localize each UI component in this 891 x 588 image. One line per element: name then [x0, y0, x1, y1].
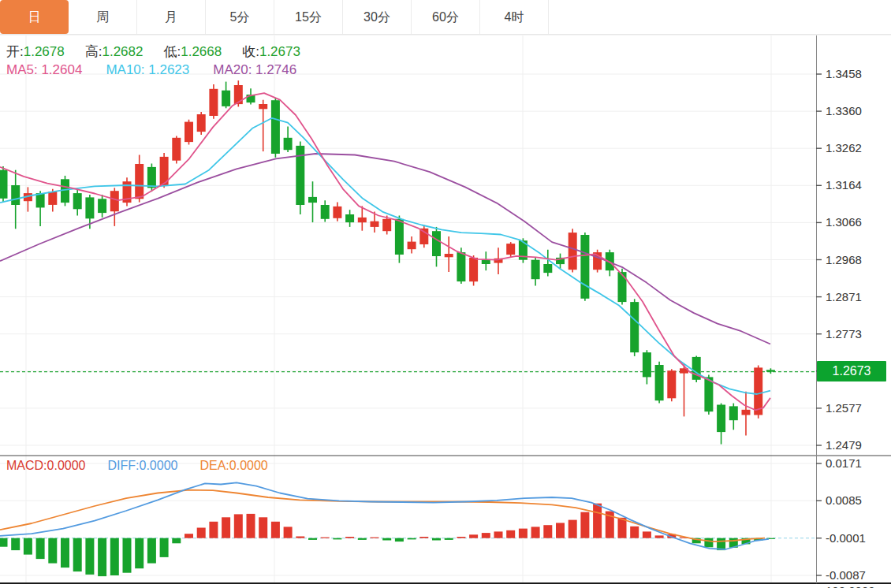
- ohlc-item: 低:1.2668: [163, 44, 222, 59]
- macd-readout: MACD:0.0000DIFF:0.0000DEA:0.0000: [6, 459, 290, 473]
- price-tick-label: 1.3164: [826, 179, 862, 192]
- current-price-tag: 1.2673: [817, 361, 886, 381]
- ohlc-readout: 开:1.2678高:1.2682低:1.2668收:1.2673: [6, 43, 321, 61]
- trading-chart-app: { "tabbar": { "tabs": [ {"label": "日", "…: [0, 0, 891, 588]
- ma-item: MA10: 1.2623: [106, 62, 189, 77]
- ma-readout: MA5: 1.2604MA10: 1.2623MA20: 1.2746: [6, 62, 320, 78]
- price-tick-label: 1.2479: [826, 439, 862, 452]
- ohlc-item: 收:1.2673: [242, 44, 300, 59]
- price-tick-label: 1.2871: [826, 291, 862, 303]
- price-tick-label: 1.2968: [826, 254, 862, 266]
- price-tick-label: 1.2773: [826, 328, 862, 341]
- macd-tick-label: -0.0001: [826, 532, 866, 545]
- candlestick-chart-canvas[interactable]: [0, 0, 891, 588]
- price-tick-label: 1.3262: [826, 142, 862, 154]
- ohlc-item: 开:1.2678: [6, 44, 65, 59]
- price-tick-label: 1.3360: [826, 105, 862, 117]
- price-tick-label: 1.3458: [826, 68, 862, 80]
- ma-item: MA20: 1.2746: [213, 62, 296, 77]
- macd-value-label: MACD:0.0000: [6, 459, 86, 472]
- macd-tick-label: 0.0171: [826, 457, 862, 470]
- price-tick-label: 1.2577: [826, 402, 862, 415]
- ma-item: MA5: 1.2604: [6, 62, 82, 77]
- macd-value-label: DIFF:0.0000: [108, 459, 178, 472]
- price-tick-label: 1.3066: [826, 216, 862, 229]
- clipped-bottom-axis-label: 100.0000: [826, 584, 875, 588]
- ohlc-item: 高:1.2682: [85, 44, 144, 59]
- macd-value-label: DEA:0.0000: [199, 459, 267, 472]
- macd-tick-label: 0.0085: [826, 494, 862, 507]
- macd-tick-label: -0.0087: [826, 569, 866, 582]
